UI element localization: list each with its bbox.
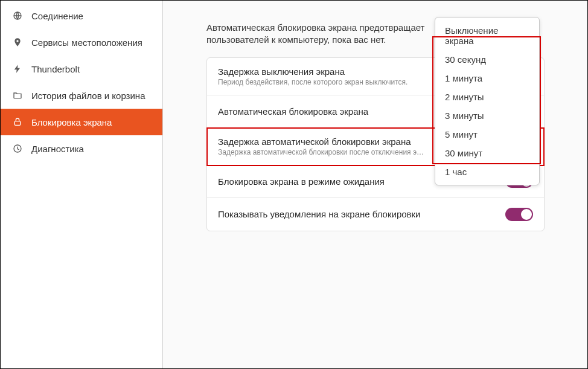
diagnostics-icon	[12, 143, 23, 154]
sidebar-item-label: Диагностика	[31, 144, 84, 154]
sidebar-item-screen-lock[interactable]: Блокировка экрана	[0, 109, 162, 135]
globe-icon	[12, 10, 23, 21]
sidebar-item-connection[interactable]: Соединение	[0, 2, 162, 29]
sidebar-item-thunderbolt[interactable]: Thunderbolt	[0, 56, 162, 82]
row-title: Показывать уведомления на экране блокиро…	[218, 209, 498, 219]
location-icon	[12, 37, 23, 48]
dropdown-item[interactable]: 1 час	[435, 162, 539, 181]
intro-line2: пользователей к компьютеру, пока вас нет…	[206, 34, 386, 45]
folder-icon	[12, 90, 23, 101]
lock-icon	[12, 117, 23, 127]
intro-line1: Автоматическая блокировка экрана предотв…	[206, 22, 424, 33]
sidebar-item-label: Блокировка экрана	[31, 117, 112, 127]
dropdown-item[interactable]: 2 минуты	[435, 88, 539, 106]
sidebar-item-diagnostics[interactable]: Диагностика	[0, 135, 162, 162]
toggle-switch[interactable]	[505, 208, 533, 221]
dropdown-item[interactable]: Выключение экрана	[435, 21, 539, 50]
thunderbolt-icon	[12, 63, 23, 74]
sidebar-item-label: Сервисы местоположения	[31, 37, 142, 48]
dropdown-item[interactable]: 1 минута	[435, 69, 539, 88]
svg-point-1	[16, 40, 18, 42]
dropdown-item[interactable]: 30 секунд	[435, 50, 539, 69]
row-show-notifications[interactable]: Показывать уведомления на экране блокиро…	[207, 198, 544, 231]
sidebar-item-label: Thunderbolt	[31, 64, 80, 74]
sidebar-item-file-history[interactable]: История файлов и корзина	[0, 82, 162, 109]
delay-dropdown-menu: Выключение экрана 30 секунд 1 минута 2 м…	[435, 17, 540, 185]
svg-rect-2	[14, 121, 20, 126]
dropdown-item[interactable]: 30 минут	[435, 144, 539, 162]
sidebar: Соединение Сервисы местоположения Thunde…	[0, 0, 163, 369]
sidebar-item-location[interactable]: Сервисы местоположения	[0, 29, 162, 56]
sidebar-item-label: История файлов и корзина	[31, 91, 145, 101]
dropdown-item[interactable]: 3 минуты	[435, 106, 539, 125]
sidebar-item-label: Соединение	[31, 11, 83, 21]
dropdown-item[interactable]: 5 минут	[435, 125, 539, 144]
